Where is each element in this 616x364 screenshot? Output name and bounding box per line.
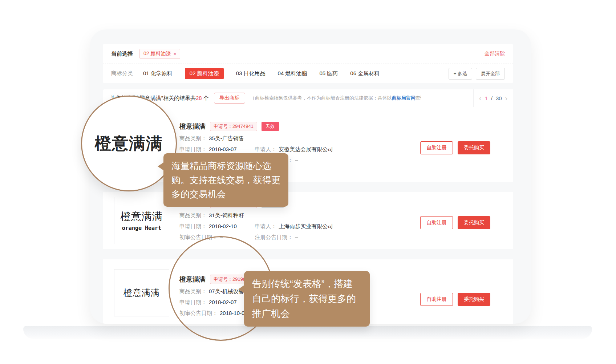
row-actions: 自助注册 委托购买 — [420, 293, 490, 306]
callout-marketplace: 海量精品商标资源随心选购。支持在线交易，获得更多的交易机会 — [163, 153, 288, 207]
field-label: 初审公告日期： — [179, 234, 218, 240]
category-line: 商品类别：35类-广告销售 — [179, 135, 333, 142]
field-value: 2018-10-06 — [220, 310, 248, 316]
field-label: 商品类别： — [179, 212, 207, 218]
field-label: 商品类别： — [179, 288, 207, 294]
application-number: 29474941 — [232, 124, 254, 129]
total-pages: 30 — [496, 95, 502, 101]
category-list: 01 化学原料 02 颜料油漆 03 日化用品 04 燃料油脂 05 医药 06… — [143, 68, 380, 79]
trademark-image-text: 橙意满满 — [121, 210, 163, 223]
trademark-name: 橙意满满 — [179, 275, 206, 284]
application-number-tag: 申请号：29474941 — [210, 122, 257, 131]
close-icon[interactable]: × — [173, 51, 176, 57]
field-label: 申请日期： — [179, 223, 207, 229]
next-page-icon[interactable]: › — [505, 94, 508, 102]
field-value: 2018-03-07 — [209, 146, 237, 152]
multi-select-button[interactable]: + 多选 — [449, 68, 472, 80]
trademark-image: 橙意满满 orange Heart — [114, 197, 169, 244]
selected-filter-chip-label: 02 颜料油漆 — [143, 50, 171, 57]
window-base-platform — [23, 326, 592, 339]
apply-date-cell: 申请日期：2018-03-07 — [179, 146, 253, 153]
row-actions: 自助注册 委托购买 — [420, 216, 490, 229]
field-value: 35类-广告销售 — [209, 135, 244, 141]
field-label: 商品类别： — [179, 135, 207, 141]
trademark-name: 橙意满满 — [179, 122, 206, 131]
apply-date-cell: 申请日期：2018-02-10 — [179, 223, 253, 230]
trademark-office-link[interactable]: 商标局官网 — [392, 95, 416, 101]
date-applicant-line: 申请日期：2018-02-10 申请人：上海雨步实业有限公司 — [179, 223, 333, 230]
prev-page-icon[interactable]: ‹ — [479, 94, 482, 102]
row-separator — [103, 249, 513, 259]
current-selection-row: 当前选择 02 颜料油漆 × 全部清除 — [103, 44, 513, 64]
status-badge: 无效 — [262, 122, 279, 131]
field-label: 申请人： — [255, 223, 276, 229]
entrust-buy-button[interactable]: 委托购买 — [458, 216, 490, 229]
field-label: 注册公告日期： — [255, 234, 293, 240]
expand-all-button[interactable]: 展开全部 — [476, 68, 505, 80]
reg-pub-cell: 注册公告日期：– — [255, 234, 298, 241]
applicant-cell: 申请人：安徽美达会展有限公司 — [255, 146, 333, 153]
first-pub-cell: 初审公告日期：2018-10-06 — [179, 310, 253, 317]
entrust-buy-button[interactable]: 委托购买 — [458, 293, 490, 306]
category-row: 商标分类 01 化学原料 02 颜料油漆 03 日化用品 04 燃料油脂 05 … — [103, 64, 513, 83]
apply-date-cell: 申请日期：2018-02-07 — [179, 299, 253, 306]
trademark-image-subtext: orange Heart — [122, 225, 161, 231]
category-bar-label: 商标分类 — [111, 70, 133, 77]
results-summary-suffix: 个 — [202, 95, 209, 101]
trademark-title-line: 橙意满满 申请号：29474941 无效 — [179, 122, 333, 131]
disclaimer-prefix: （商标检索结果仅供参考，不作为商标能否注册的法律依据；具体以 — [250, 95, 392, 101]
trademark-image: 橙意满满 — [114, 269, 169, 316]
magnifier-circle: 橙意满满 — [81, 96, 177, 191]
magnified-trademark-text: 橙意满满 — [95, 133, 163, 154]
row-actions: 自助注册 委托购买 — [420, 141, 490, 154]
field-value: – — [295, 157, 298, 163]
field-value: 上海雨步实业有限公司 — [279, 223, 333, 229]
disclaimer-suffix: 查询为准。） — [416, 95, 421, 101]
field-value: 2018-02-07 — [209, 299, 237, 305]
export-trademarks-button[interactable]: 导出商标 — [214, 93, 245, 104]
results-header: 为您检索到“橙意满满”相关的结果共28 个 导出商标 （商标检索结果仅供参考，不… — [103, 89, 513, 107]
self-register-button[interactable]: 自助注册 — [420, 216, 453, 229]
publication-line: 初审公告日期：– 注册公告日期：– — [179, 234, 333, 241]
field-value: 31类-饲料种籽 — [209, 212, 244, 218]
page-separator: / — [491, 95, 493, 101]
first-pub-cell: 初审公告日期：– — [179, 234, 253, 241]
field-label: 申请日期： — [179, 146, 207, 152]
results-count: 28 — [196, 95, 202, 101]
self-register-button[interactable]: 自助注册 — [420, 141, 453, 154]
field-label: 初审公告日期： — [179, 310, 218, 316]
clear-all-button[interactable]: 全部清除 — [485, 50, 505, 57]
filter-card: 当前选择 02 颜料油漆 × 全部清除 商标分类 01 化学原料 02 颜料油漆… — [103, 44, 513, 83]
self-register-button[interactable]: 自助注册 — [420, 293, 453, 306]
category-item-06[interactable]: 06 金属材料 — [350, 70, 380, 77]
application-number-label: 申请号： — [214, 124, 232, 129]
entrust-buy-button[interactable]: 委托购买 — [458, 141, 490, 154]
category-line: 商品类别：31类-饲料种籽 — [179, 212, 333, 219]
category-item-05[interactable]: 05 医药 — [319, 70, 338, 77]
field-value: – — [220, 234, 223, 240]
trademark-image-text: 橙意满满 — [123, 287, 160, 299]
category-item-01[interactable]: 01 化学原料 — [143, 70, 173, 77]
date-applicant-line: 申请日期：2018-03-07 申请人：安徽美达会展有限公司 — [179, 146, 333, 153]
current-page: 1 — [485, 95, 487, 101]
current-selection-label: 当前选择 — [111, 50, 133, 57]
field-value: 安徽美达会展有限公司 — [279, 146, 333, 152]
field-value: 2018-02-10 — [209, 223, 237, 229]
category-item-04[interactable]: 04 燃料油脂 — [278, 70, 307, 77]
callout-promotion: 告别传统“发表格”，搭建自己的标行，获得更多的推广机会 — [244, 271, 370, 327]
applicant-cell: 申请人：上海雨步实业有限公司 — [255, 223, 333, 230]
category-item-02-active[interactable]: 02 颜料油漆 — [185, 68, 224, 79]
selected-filter-chip[interactable]: 02 颜料油漆 × — [139, 49, 180, 59]
field-label: 申请日期： — [179, 299, 207, 305]
application-number-label: 申请号： — [214, 276, 232, 282]
page: 当前选择 02 颜料油漆 × 全部清除 商标分类 01 化学原料 02 颜料油漆… — [0, 0, 616, 364]
pagination: ‹ 1 / 30 › — [473, 89, 513, 107]
field-label: 申请人： — [255, 146, 276, 152]
category-actions: + 多选 展开全部 — [449, 68, 505, 80]
field-value: – — [295, 234, 298, 240]
category-item-03[interactable]: 03 日化用品 — [236, 70, 266, 77]
results-disclaimer: （商标检索结果仅供参考，不作为商标能否注册的法律依据；具体以商标局官网查询为准。… — [250, 95, 421, 101]
